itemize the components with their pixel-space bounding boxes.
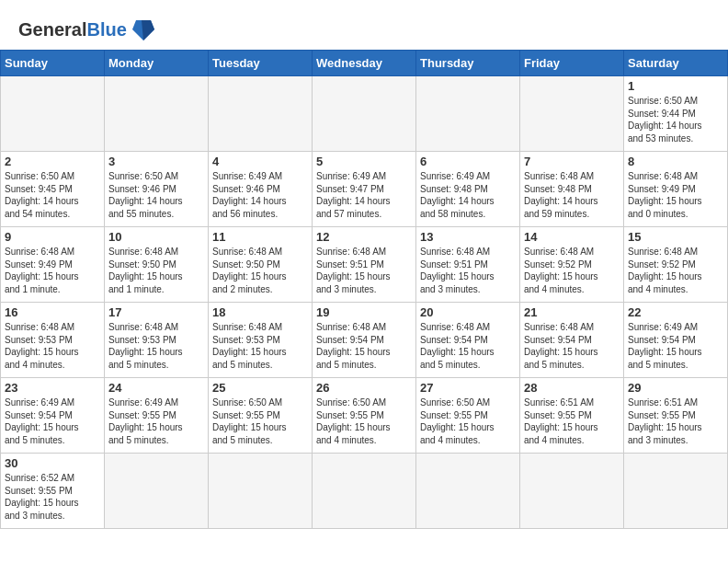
- calendar-cell: 24Sunrise: 6:49 AM Sunset: 9:55 PM Dayli…: [105, 378, 209, 454]
- calendar-cell: 20Sunrise: 6:48 AM Sunset: 9:54 PM Dayli…: [416, 303, 520, 378]
- day-header-sunday: Sunday: [1, 51, 105, 76]
- day-info: Sunrise: 6:48 AM Sunset: 9:51 PM Dayligh…: [420, 246, 516, 295]
- calendar-cell: 19Sunrise: 6:48 AM Sunset: 9:54 PM Dayli…: [313, 303, 416, 378]
- day-info: Sunrise: 6:50 AM Sunset: 9:55 PM Dayligh…: [316, 396, 412, 446]
- day-info: Sunrise: 6:48 AM Sunset: 9:54 PM Dayligh…: [420, 321, 516, 371]
- calendar-cell: 14Sunrise: 6:48 AM Sunset: 9:52 PM Dayli…: [520, 227, 624, 303]
- day-number: 19: [316, 305, 412, 319]
- day-number: 25: [212, 381, 308, 395]
- day-info: Sunrise: 6:50 AM Sunset: 9:46 PM Dayligh…: [108, 170, 204, 220]
- calendar-cell: 5Sunrise: 6:49 AM Sunset: 9:47 PM Daylig…: [313, 152, 416, 227]
- day-info: Sunrise: 6:50 AM Sunset: 9:45 PM Dayligh…: [5, 170, 100, 220]
- day-number: 4: [212, 155, 308, 168]
- day-number: 9: [5, 230, 100, 244]
- day-number: 28: [524, 381, 620, 395]
- day-info: Sunrise: 6:50 AM Sunset: 9:44 PM Dayligh…: [628, 95, 723, 144]
- calendar-cell: 25Sunrise: 6:50 AM Sunset: 9:55 PM Dayli…: [209, 378, 313, 454]
- day-header-friday: Friday: [520, 51, 624, 76]
- calendar-cell: [209, 76, 313, 152]
- page-header: GeneralBlue: [0, 0, 728, 50]
- day-number: 26: [316, 381, 412, 395]
- day-number: 22: [628, 305, 723, 319]
- calendar-cell: 22Sunrise: 6:49 AM Sunset: 9:54 PM Dayli…: [624, 303, 728, 378]
- day-info: Sunrise: 6:49 AM Sunset: 9:48 PM Dayligh…: [420, 170, 516, 220]
- calendar-cell: 3Sunrise: 6:50 AM Sunset: 9:46 PM Daylig…: [105, 152, 209, 227]
- calendar-cell: 15Sunrise: 6:48 AM Sunset: 9:52 PM Dayli…: [624, 227, 728, 303]
- day-info: Sunrise: 6:48 AM Sunset: 9:53 PM Dayligh…: [212, 321, 308, 371]
- day-info: Sunrise: 6:48 AM Sunset: 9:52 PM Dayligh…: [628, 246, 723, 295]
- calendar-cell: 29Sunrise: 6:51 AM Sunset: 9:55 PM Dayli…: [624, 378, 728, 454]
- day-number: 8: [628, 155, 723, 168]
- day-number: 3: [108, 155, 204, 168]
- calendar-header-row: SundayMondayTuesdayWednesdayThursdayFrid…: [1, 51, 728, 76]
- day-number: 1: [628, 79, 723, 93]
- logo-general: General: [18, 19, 86, 40]
- calendar-cell: 1Sunrise: 6:50 AM Sunset: 9:44 PM Daylig…: [624, 76, 728, 152]
- day-info: Sunrise: 6:48 AM Sunset: 9:50 PM Dayligh…: [108, 246, 204, 295]
- day-number: 17: [108, 305, 204, 319]
- calendar-cell: [520, 454, 624, 529]
- week-row-2: 2Sunrise: 6:50 AM Sunset: 9:45 PM Daylig…: [1, 152, 728, 227]
- calendar-cell: 7Sunrise: 6:48 AM Sunset: 9:48 PM Daylig…: [520, 152, 624, 227]
- day-number: 6: [420, 155, 516, 168]
- calendar-cell: 17Sunrise: 6:48 AM Sunset: 9:53 PM Dayli…: [105, 303, 209, 378]
- week-row-3: 9Sunrise: 6:48 AM Sunset: 9:49 PM Daylig…: [1, 227, 728, 303]
- logo-icon: [129, 17, 158, 42]
- calendar-cell: 27Sunrise: 6:50 AM Sunset: 9:55 PM Dayli…: [416, 378, 520, 454]
- calendar-cell: 21Sunrise: 6:48 AM Sunset: 9:54 PM Dayli…: [520, 303, 624, 378]
- calendar-cell: [520, 76, 624, 152]
- day-info: Sunrise: 6:48 AM Sunset: 9:51 PM Dayligh…: [316, 246, 412, 295]
- day-info: Sunrise: 6:48 AM Sunset: 9:52 PM Dayligh…: [524, 246, 620, 295]
- day-info: Sunrise: 6:48 AM Sunset: 9:53 PM Dayligh…: [5, 321, 100, 371]
- day-header-wednesday: Wednesday: [313, 51, 416, 76]
- calendar-cell: [416, 454, 520, 529]
- day-info: Sunrise: 6:49 AM Sunset: 9:54 PM Dayligh…: [5, 396, 100, 446]
- calendar-cell: 23Sunrise: 6:49 AM Sunset: 9:54 PM Dayli…: [1, 378, 105, 454]
- day-info: Sunrise: 6:49 AM Sunset: 9:54 PM Dayligh…: [628, 321, 723, 371]
- day-info: Sunrise: 6:51 AM Sunset: 9:55 PM Dayligh…: [628, 396, 723, 446]
- week-row-6: 30Sunrise: 6:52 AM Sunset: 9:55 PM Dayli…: [1, 454, 728, 529]
- day-number: 21: [524, 305, 620, 319]
- day-number: 24: [108, 381, 204, 395]
- day-number: 18: [212, 305, 308, 319]
- day-number: 14: [524, 230, 620, 244]
- calendar-cell: 30Sunrise: 6:52 AM Sunset: 9:55 PM Dayli…: [1, 454, 105, 529]
- day-info: Sunrise: 6:49 AM Sunset: 9:47 PM Dayligh…: [316, 170, 412, 220]
- day-info: Sunrise: 6:48 AM Sunset: 9:49 PM Dayligh…: [5, 246, 100, 295]
- calendar-cell: 2Sunrise: 6:50 AM Sunset: 9:45 PM Daylig…: [1, 152, 105, 227]
- week-row-1: 1Sunrise: 6:50 AM Sunset: 9:44 PM Daylig…: [1, 76, 728, 152]
- calendar-cell: [313, 454, 416, 529]
- day-number: 12: [316, 230, 412, 244]
- day-header-thursday: Thursday: [416, 51, 520, 76]
- day-number: 23: [5, 381, 100, 395]
- calendar-cell: [624, 454, 728, 529]
- day-header-tuesday: Tuesday: [209, 51, 313, 76]
- calendar-cell: [105, 76, 209, 152]
- calendar-cell: 12Sunrise: 6:48 AM Sunset: 9:51 PM Dayli…: [313, 227, 416, 303]
- calendar-cell: 18Sunrise: 6:48 AM Sunset: 9:53 PM Dayli…: [209, 303, 313, 378]
- calendar-cell: 4Sunrise: 6:49 AM Sunset: 9:46 PM Daylig…: [209, 152, 313, 227]
- day-info: Sunrise: 6:48 AM Sunset: 9:54 PM Dayligh…: [524, 321, 620, 371]
- day-info: Sunrise: 6:49 AM Sunset: 9:55 PM Dayligh…: [108, 396, 204, 446]
- day-number: 27: [420, 381, 516, 395]
- day-number: 29: [628, 381, 723, 395]
- week-row-5: 23Sunrise: 6:49 AM Sunset: 9:54 PM Dayli…: [1, 378, 728, 454]
- day-number: 10: [108, 230, 204, 244]
- calendar-cell: [416, 76, 520, 152]
- calendar-cell: [105, 454, 209, 529]
- calendar-cell: [313, 76, 416, 152]
- calendar-table: SundayMondayTuesdayWednesdayThursdayFrid…: [0, 50, 728, 529]
- day-info: Sunrise: 6:48 AM Sunset: 9:48 PM Dayligh…: [524, 170, 620, 220]
- day-info: Sunrise: 6:50 AM Sunset: 9:55 PM Dayligh…: [420, 396, 516, 446]
- logo-blue: Blue: [86, 19, 126, 40]
- calendar-cell: 13Sunrise: 6:48 AM Sunset: 9:51 PM Dayli…: [416, 227, 520, 303]
- calendar-cell: 10Sunrise: 6:48 AM Sunset: 9:50 PM Dayli…: [105, 227, 209, 303]
- day-info: Sunrise: 6:48 AM Sunset: 9:53 PM Dayligh…: [108, 321, 204, 371]
- day-number: 11: [212, 230, 308, 244]
- calendar-cell: 8Sunrise: 6:48 AM Sunset: 9:49 PM Daylig…: [624, 152, 728, 227]
- day-info: Sunrise: 6:49 AM Sunset: 9:46 PM Dayligh…: [212, 170, 308, 220]
- calendar-cell: [1, 76, 105, 152]
- day-number: 30: [5, 456, 100, 470]
- day-info: Sunrise: 6:48 AM Sunset: 9:49 PM Dayligh…: [628, 170, 723, 220]
- day-header-monday: Monday: [105, 51, 209, 76]
